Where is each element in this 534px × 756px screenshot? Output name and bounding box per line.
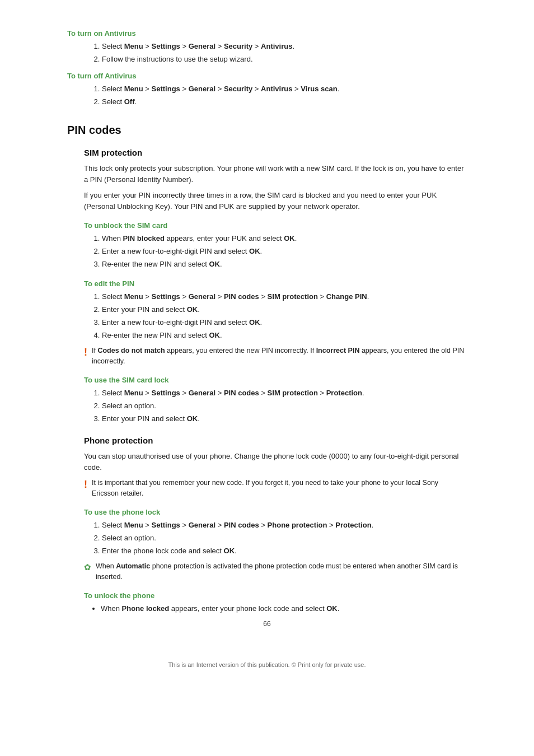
turn-off-step-2: Select Off. [102, 96, 467, 108]
phone-protection-subsection: Phone protection You can stop unauthoris… [67, 436, 467, 614]
phone-lock-steps: Select Menu > Settings > General > PIN c… [93, 520, 467, 557]
phone-lock-step-2: Select an option. [102, 533, 467, 544]
sim-protection-para2: If you enter your PIN incorrectly three … [84, 190, 467, 212]
edit-pin-steps: Select Menu > Settings > General > PIN c… [93, 291, 467, 342]
edit-pin-step-3: Enter a new four-to-eight-digit PIN and … [102, 317, 467, 328]
warning-icon: ! [84, 346, 87, 360]
unlock-phone-heading: To unlock the phone [67, 591, 467, 600]
edit-pin-heading: To edit the PIN [67, 279, 467, 288]
edit-pin-step-1: Select Menu > Settings > General > PIN c… [102, 291, 467, 302]
sim-lock-steps: Select Menu > Settings > General > PIN c… [93, 388, 467, 424]
phone-protection-note: ! It is important that you remember your… [84, 478, 467, 499]
phone-lock-heading: To use the phone lock [67, 508, 467, 516]
unblock-step-1: When PIN blocked appears, enter your PUK… [102, 233, 467, 244]
warning-icon-2: ! [84, 478, 87, 492]
footer-note: This is an Internet version of this publ… [67, 661, 467, 668]
unlock-phone-bullets: When Phone locked appears, enter your ph… [93, 603, 467, 614]
phone-protection-note-text: It is important that you remember your n… [92, 478, 467, 499]
turn-on-antivirus-steps: Select Menu > Settings > General > Secur… [93, 41, 467, 65]
tip-icon: ✿ [84, 561, 91, 573]
turn-on-antivirus-heading: To turn on Antivirus [67, 29, 467, 38]
page-number: 66 [67, 620, 467, 628]
phone-tip-text: When Automatic phone protection is activ… [96, 561, 467, 582]
phone-protection-para1: You can stop unauthorised use of your ph… [84, 451, 467, 473]
sim-lock-step-3: Enter your PIN and select OK. [102, 413, 467, 424]
phone-lock-step-3: Enter the phone lock code and select OK. [102, 545, 467, 557]
unblock-sim-heading: To unblock the SIM card [67, 221, 467, 230]
sim-lock-step-2: Select an option. [102, 400, 467, 412]
sim-pin-note-text: If Codes do not match appears, you enter… [92, 346, 467, 367]
antivirus-section: To turn on Antivirus Select Menu > Setti… [67, 29, 467, 108]
turn-on-step-2: Follow the instructions to use the setup… [102, 54, 467, 65]
sim-protection-title: SIM protection [67, 148, 467, 157]
sim-protection-subsection: SIM protection This lock only protects y… [67, 148, 467, 424]
turn-off-antivirus-steps: Select Menu > Settings > General > Secur… [93, 83, 467, 108]
unblock-sim-steps: When PIN blocked appears, enter your PUK… [93, 233, 467, 270]
unblock-step-3: Re-enter the new PIN and select OK. [102, 259, 467, 270]
unlock-phone-bullet-1: When Phone locked appears, enter your ph… [101, 603, 467, 614]
edit-pin-step-4: Re-enter the new PIN and select OK. [102, 330, 467, 341]
turn-off-antivirus-heading: To turn off Antivirus [67, 72, 467, 80]
turn-off-step-1: Select Menu > Settings > General > Secur… [102, 83, 467, 95]
pin-codes-section: PIN codes SIM protection This lock only … [67, 124, 467, 614]
sim-pin-note: ! If Codes do not match appears, you ent… [84, 346, 467, 367]
phone-lock-step-1: Select Menu > Settings > General > PIN c… [102, 520, 467, 531]
sim-lock-step-1: Select Menu > Settings > General > PIN c… [102, 388, 467, 399]
sim-lock-heading: To use the SIM card lock [67, 376, 467, 384]
turn-on-step-1: Select Menu > Settings > General > Secur… [102, 41, 467, 52]
phone-tip: ✿ When Automatic phone protection is act… [84, 561, 467, 582]
unblock-step-2: Enter a new four-to-eight-digit PIN and … [102, 246, 467, 257]
pin-codes-title: PIN codes [67, 124, 467, 137]
edit-pin-step-2: Enter your PIN and select OK. [102, 304, 467, 315]
phone-protection-title: Phone protection [67, 436, 467, 445]
sim-protection-para1: This lock only protects your subscriptio… [84, 163, 467, 185]
